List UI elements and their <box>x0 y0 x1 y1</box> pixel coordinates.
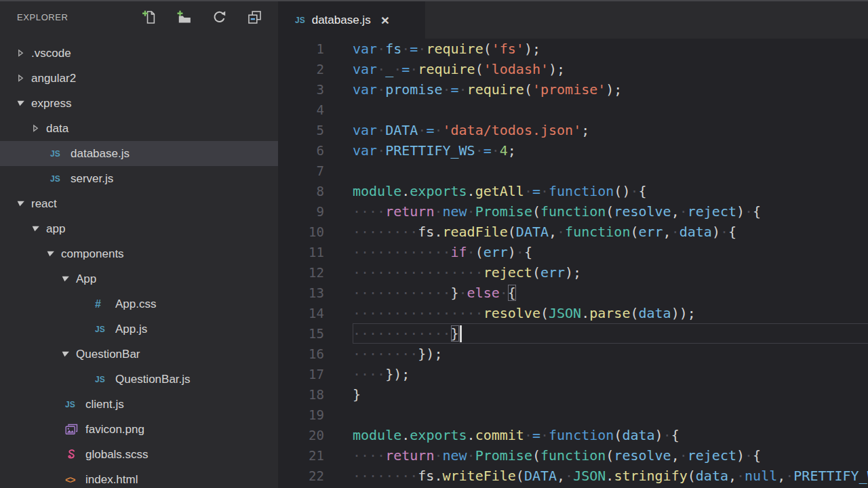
tree-item-questionbar-js[interactable]: JSQuestionBar.js <box>0 367 278 392</box>
line-number: 22 <box>278 466 324 486</box>
collapse-all-button[interactable] <box>247 9 262 24</box>
file-type-icon: JS <box>65 400 85 409</box>
close-icon[interactable]: × <box>381 13 389 27</box>
code-line-7[interactable]: 7 <box>278 161 868 181</box>
refresh-icon <box>212 10 226 24</box>
file-label: favicon.png <box>85 423 144 436</box>
tree-item-database-js[interactable]: JSdatabase.js <box>0 141 278 166</box>
token-pun: ) <box>655 427 663 443</box>
token-ws: · <box>459 285 467 301</box>
token-fn: require <box>418 61 475 77</box>
folder-label: angular2 <box>31 72 76 85</box>
code-line-21[interactable]: 21····return·new·Promise(function(resolv… <box>278 445 868 466</box>
tree-item--vscode[interactable]: .vscode <box>0 41 278 66</box>
chevron-expanded-icon <box>31 224 40 233</box>
code-line-14[interactable]: 14················resolve(JSON.parse(dat… <box>278 303 868 323</box>
folder-label: express <box>31 97 72 110</box>
code-line-8[interactable]: 8module.exports.getAll·=·function()·{ <box>278 181 868 201</box>
code-line-1[interactable]: 1var·fs·=·require('fs'); <box>278 39 868 59</box>
token-pun: , <box>671 203 679 220</box>
code-line-20[interactable]: 20module.exports.commit·=·function(data)… <box>278 425 868 445</box>
token-pun: } <box>353 386 361 403</box>
token-id: err <box>540 264 565 281</box>
code-line-3[interactable]: 3var·promise·=·require('promise'); <box>278 79 868 100</box>
code-line-4[interactable]: 4 <box>278 100 868 120</box>
code-line-19[interactable]: 19 <box>278 405 868 425</box>
line-number: 10 <box>278 222 324 242</box>
token-pun: , <box>728 468 736 484</box>
code-line-2[interactable]: 2var·_·=·require('lodash'); <box>278 59 868 79</box>
code-line-5[interactable]: 5var·DATA·=·'data/todos.json'; <box>278 120 868 140</box>
new-folder-button[interactable] <box>176 9 191 24</box>
chevron-expanded-icon <box>46 249 55 258</box>
tree-item-client-js[interactable]: JSclient.js <box>0 392 278 417</box>
tree-item-app-js[interactable]: JSApp.js <box>0 317 278 342</box>
token-id: reject <box>688 447 736 464</box>
tree-item-app-css[interactable]: #App.css <box>0 291 278 317</box>
token-pun: . <box>606 468 614 484</box>
code-line-6[interactable]: 6var·PRETTIFY_WS·=·4; <box>278 140 868 161</box>
token-cls: Promise <box>475 203 532 220</box>
token-pun: ); <box>549 61 565 77</box>
folder-label: QuestionBar <box>76 348 140 361</box>
tree-item-express[interactable]: express <box>0 91 278 116</box>
code-line-9[interactable]: 9····return·new·Promise(function(resolve… <box>278 201 868 222</box>
line-number: 6 <box>278 140 324 161</box>
new-file-button[interactable] <box>141 9 156 24</box>
token-ws: · <box>671 224 679 240</box>
tree-item-data[interactable]: data <box>0 116 278 141</box>
tree-item-server-js[interactable]: JSserver.js <box>0 166 278 191</box>
tree-item-angular2[interactable]: angular2 <box>0 66 278 91</box>
token-pun: }); <box>418 346 442 362</box>
code-line-22[interactable]: 22········fs.writeFile(DATA,·JSON.string… <box>278 466 868 486</box>
token-ws: · <box>745 203 753 220</box>
token-ws: · <box>377 142 385 159</box>
file-label: index.html <box>85 473 138 487</box>
token-ws: ········ <box>353 468 418 484</box>
token-kw: = <box>451 81 459 98</box>
code-line-11[interactable]: 11············if·(err)·{ <box>278 242 868 262</box>
code-line-12[interactable]: 12················reject(err); <box>278 262 868 283</box>
line-content: var·fs·=·require('fs'); <box>353 39 868 59</box>
token-id: DATA <box>516 224 549 240</box>
tree-item-favicon-png[interactable]: favicon.png <box>0 417 278 442</box>
token-ws: · <box>524 427 532 443</box>
token-fn: getAll <box>475 183 524 199</box>
code-line-18[interactable]: 18} <box>278 384 868 405</box>
tab-database-js[interactable]: JS database.js × <box>278 1 425 39</box>
token-ws: · <box>516 244 524 260</box>
token-pun: , <box>777 468 785 484</box>
token-cls: exports <box>410 427 467 443</box>
token-cls: Promise <box>475 447 532 464</box>
line-content: ············}·else·{ <box>353 283 868 303</box>
code-editor[interactable]: 1var·fs·=·require('fs');2var·_·=·require… <box>278 39 868 488</box>
folder-twistie <box>31 124 46 133</box>
token-kw: new <box>442 447 467 464</box>
tree-item-questionbar[interactable]: QuestionBar <box>0 342 278 367</box>
tree-item-app[interactable]: App <box>0 266 278 291</box>
tree-item-app[interactable]: app <box>0 216 278 241</box>
token-ws: · <box>377 41 385 57</box>
code-line-13[interactable]: 13············}·else·{ <box>278 283 868 303</box>
folder-twistie <box>31 224 46 233</box>
tree-item-globals-scss[interactable]: globals.scss <box>0 442 278 467</box>
token-pun: ( <box>516 468 524 484</box>
token-pun: { <box>524 244 532 260</box>
file-type-icon: # <box>95 298 115 310</box>
code-line-16[interactable]: 16········}); <box>278 344 868 364</box>
refresh-button[interactable] <box>212 9 226 24</box>
code-line-15[interactable]: 15············} <box>278 323 868 344</box>
code-line-10[interactable]: 10········fs.readFile(DATA,·function(err… <box>278 222 868 242</box>
file-label: database.js <box>71 147 130 161</box>
token-fn: reject <box>484 264 532 281</box>
token-pun: { <box>753 447 761 464</box>
line-content: ············if·(err)·{ <box>353 242 868 262</box>
token-ws: ···· <box>353 203 385 220</box>
token-id: _ <box>385 61 393 77</box>
tree-item-components[interactable]: components <box>0 241 278 266</box>
token-fn: require <box>467 81 524 98</box>
token-pun: { <box>639 183 647 199</box>
tree-item-react[interactable]: react <box>0 191 278 216</box>
code-line-17[interactable]: 17····}); <box>278 364 868 384</box>
tree-item-index-html[interactable]: <>index.html <box>0 467 278 488</box>
